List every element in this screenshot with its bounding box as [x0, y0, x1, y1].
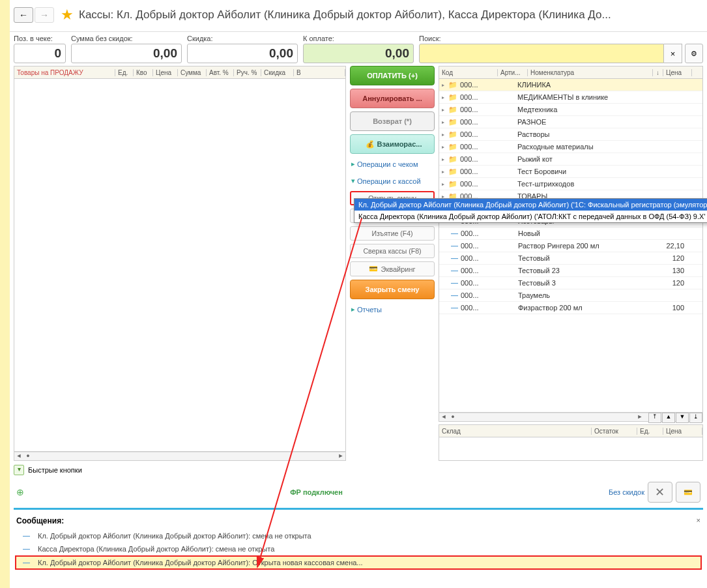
items-table-body[interactable] — [14, 79, 346, 452]
tree-row[interactable]: ▸📁000...КЛИНИКА — [439, 79, 702, 91]
col-qty[interactable]: Кво — [134, 69, 153, 76]
col-auto[interactable]: Авт. % — [207, 69, 234, 76]
add-button[interactable]: ⊕ — [16, 487, 24, 497]
tree-name: Растворы — [517, 130, 657, 138]
jump-down-button[interactable]: ▼ — [676, 413, 689, 423]
expand-quick-button[interactable]: ▾ — [14, 465, 24, 475]
tree-body[interactable]: ▸📁000...КЛИНИКА▸📁000...МЕДИКАМЕНТЫ в кли… — [439, 79, 703, 413]
col-art[interactable]: Арти... — [498, 69, 528, 76]
col-unit[interactable]: Ед. — [115, 69, 134, 76]
jump-up-button[interactable]: ▲ — [662, 413, 675, 423]
tree-row[interactable]: —000...Новый — [439, 228, 702, 240]
tree-row[interactable]: ▸📁000...Тест-штрихкодов — [439, 178, 702, 190]
tree-row[interactable]: ▸📁000...Растворы — [439, 128, 702, 141]
col-code[interactable]: Код — [439, 69, 498, 76]
tree-row[interactable]: —000...Траумель — [439, 289, 702, 302]
scroll-left-icon[interactable]: ◄ — [14, 452, 23, 460]
card-icon: 💳 — [369, 265, 378, 273]
popup-option-1[interactable]: Кл. Добрый доктор Айболит (Клиника Добры… — [354, 199, 707, 211]
scroll-right-icon[interactable]: ► — [635, 413, 644, 421]
tree-row[interactable]: ▸📁000...Тест Боровичи — [439, 166, 702, 178]
col-store[interactable]: Склад — [439, 428, 592, 435]
message-row[interactable]: —Касса Директора (Клиника Добрый доктор … — [10, 542, 707, 555]
stock-body[interactable] — [439, 437, 703, 461]
tree-row[interactable]: —000...Физраствор 200 мл100 — [439, 302, 702, 314]
col-goods[interactable]: Товары на ПРОДАЖУ — [14, 69, 115, 76]
message-row[interactable]: —Кл. Добрый доктор Айболит (Клиника Добр… — [10, 529, 707, 542]
search-input[interactable] — [419, 44, 664, 63]
pay-button[interactable]: ОПЛАТИТЬ (+) — [350, 66, 435, 85]
tree-scrollbar[interactable]: ◄ ● ► ⤒ ▲ ▼ ⤓ — [439, 413, 703, 422]
pay-input[interactable] — [303, 44, 414, 63]
tree-row[interactable]: ▸📁000...Медтехника — [439, 104, 702, 116]
reconcile-button[interactable]: Сверка кассы (F8) — [350, 244, 435, 258]
chevron-right-icon[interactable]: ▸ — [442, 156, 448, 162]
message-row-highlighted[interactable]: —Кл. Добрый доктор Айболит (Клиника Добр… — [15, 555, 702, 570]
col-manual[interactable]: Руч. % — [234, 69, 261, 76]
col-v[interactable]: В — [294, 69, 345, 76]
chevron-right-icon[interactable]: ▸ — [442, 144, 448, 150]
chevron-right-icon[interactable]: ▸ — [442, 107, 448, 113]
sum-input[interactable] — [71, 44, 182, 63]
jump-bottom-button[interactable]: ⤓ — [689, 413, 702, 423]
fr-status: ФР подключен — [290, 488, 343, 496]
chevron-right-icon[interactable]: ▸ — [442, 95, 448, 100]
settings-button[interactable]: ⚙ — [685, 44, 703, 63]
nav-forward-button[interactable]: → — [35, 7, 54, 23]
col-price2[interactable]: Цена — [663, 428, 702, 435]
col-remain[interactable]: Остаток — [592, 428, 637, 435]
acquiring-button[interactable]: 💳Эквайринг — [350, 261, 435, 276]
search-clear-button[interactable]: × — [664, 44, 682, 63]
open-shift-dropdown[interactable]: Кл. Добрый доктор Айболит (Клиника Добры… — [354, 198, 707, 223]
ops-check-link[interactable]: ▸Операции с чеком — [350, 157, 435, 171]
item-icon: — — [451, 279, 458, 287]
popup-option-2[interactable]: Касса Директора (Клиника Добрый доктор А… — [354, 211, 707, 222]
item-icon: — — [451, 291, 458, 299]
messages-close-button[interactable]: × — [697, 516, 700, 525]
reports-link[interactable]: ▸Отчеты — [350, 302, 435, 316]
tree-row[interactable]: ▸📁000...Расходные материалы — [439, 141, 702, 153]
items-scrollbar[interactable]: ◄ ● ► — [14, 452, 346, 461]
tree-name: Медтехника — [517, 106, 657, 113]
scroll-left-icon[interactable]: ◄ — [439, 413, 448, 421]
star-icon[interactable]: ★ — [61, 7, 74, 23]
tree-code: 000... — [461, 242, 488, 250]
mutual-button[interactable]: 💰Взаиморас... — [350, 134, 435, 154]
tree-row[interactable]: ▸📁000...РАЗНОЕ — [439, 116, 702, 128]
no-discount-link[interactable]: Без скидок — [609, 488, 644, 496]
col-price[interactable]: Цена — [153, 69, 178, 76]
chevron-right-icon[interactable]: ▸ — [442, 132, 448, 138]
cancel-big-button[interactable]: ✕ — [648, 482, 672, 503]
col-unit2[interactable]: Ед. — [637, 428, 663, 435]
card-big-button[interactable]: 💳 — [676, 482, 700, 503]
tree-row[interactable]: —000...Тестовый 23130 — [439, 265, 702, 277]
tree-name: Тестовый 3 — [518, 279, 657, 287]
annul-button[interactable]: Аннулировать ... — [350, 89, 435, 108]
tree-row[interactable]: —000...Тестовый120 — [439, 252, 702, 265]
sort-icon[interactable]: ↓ — [653, 69, 663, 76]
tree-row[interactable]: —000...Тестовый 3120 — [439, 277, 702, 289]
scroll-right-icon[interactable]: ► — [336, 452, 345, 460]
pos-input[interactable] — [14, 44, 66, 63]
col-tree-price[interactable]: Цена — [663, 69, 692, 76]
nav-back-button[interactable]: ← — [14, 7, 33, 23]
chevron-right-icon[interactable]: ▸ — [442, 119, 448, 125]
tree-row[interactable]: —000...Раствор Рингера 200 мл22,10 — [439, 240, 702, 252]
tree-code: 000... — [460, 118, 487, 126]
ops-cash-link[interactable]: ▾Операции с кассой — [350, 174, 435, 188]
return-button[interactable]: Возврат (*) — [350, 111, 435, 131]
scroll-circle-icon[interactable]: ● — [23, 452, 33, 460]
tree-row[interactable]: ▸📁000...Рыжий кот — [439, 153, 702, 166]
tree-row[interactable]: ▸📁000...МЕДИКАМЕНТЫ в клинике — [439, 91, 702, 104]
discount-input[interactable] — [187, 44, 298, 63]
chevron-right-icon[interactable]: ▸ — [442, 181, 448, 187]
scroll-circle-icon[interactable]: ● — [448, 413, 457, 421]
jump-top-button[interactable]: ⤒ — [648, 413, 661, 423]
chevron-right-icon[interactable]: ▸ — [442, 82, 448, 88]
col-discount[interactable]: Скидка — [261, 69, 294, 76]
withdraw-button[interactable]: Изъятие (F4) — [350, 226, 435, 241]
col-nom[interactable]: Номенклатура — [528, 69, 653, 76]
col-sum[interactable]: Сумма — [178, 69, 207, 76]
chevron-right-icon[interactable]: ▸ — [442, 169, 448, 175]
close-shift-button[interactable]: Закрыть смену — [350, 280, 435, 299]
